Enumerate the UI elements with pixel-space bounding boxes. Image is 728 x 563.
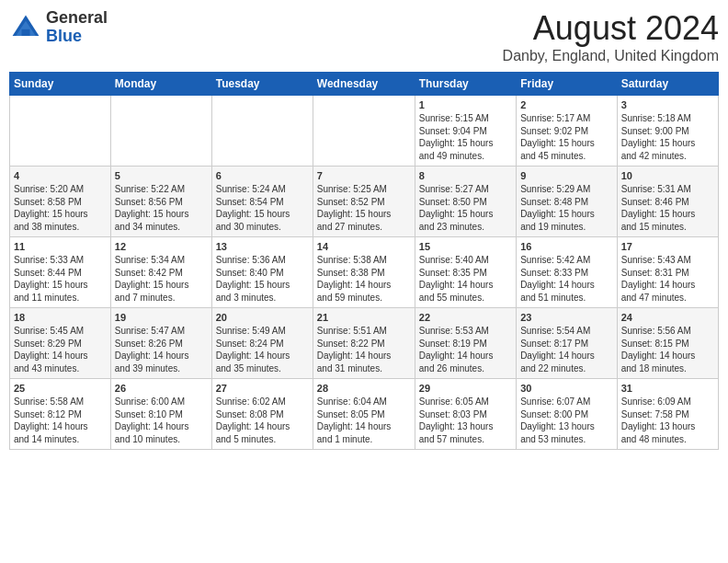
calendar-cell: 11Sunrise: 5:33 AM Sunset: 8:44 PM Dayli… [10, 237, 111, 308]
calendar-cell: 24Sunrise: 5:56 AM Sunset: 8:15 PM Dayli… [617, 308, 718, 379]
col-header-sunday: Sunday [10, 73, 111, 96]
day-number: 12 [115, 241, 208, 252]
day-number: 29 [419, 383, 512, 394]
calendar-week-1: 1Sunrise: 5:15 AM Sunset: 9:04 PM Daylig… [10, 96, 719, 167]
day-number: 16 [520, 241, 613, 252]
day-info: Sunrise: 6:00 AM Sunset: 8:10 PM Dayligh… [115, 396, 208, 445]
calendar-cell [10, 96, 111, 167]
calendar-cell: 6Sunrise: 5:24 AM Sunset: 8:54 PM Daylig… [211, 167, 313, 237]
day-info: Sunrise: 6:05 AM Sunset: 8:03 PM Dayligh… [419, 396, 512, 445]
calendar-cell: 4Sunrise: 5:20 AM Sunset: 8:58 PM Daylig… [10, 167, 111, 237]
day-info: Sunrise: 5:20 AM Sunset: 8:58 PM Dayligh… [14, 183, 107, 233]
calendar-cell: 22Sunrise: 5:53 AM Sunset: 8:19 PM Dayli… [415, 308, 516, 379]
calendar-cell: 26Sunrise: 6:00 AM Sunset: 8:10 PM Dayli… [110, 379, 211, 450]
day-number: 11 [14, 241, 107, 252]
calendar-header-row: SundayMondayTuesdayWednesdayThursdayFrid… [10, 73, 719, 96]
day-info: Sunrise: 5:40 AM Sunset: 8:35 PM Dayligh… [419, 254, 512, 304]
day-number: 26 [115, 383, 208, 394]
calendar-cell: 27Sunrise: 6:02 AM Sunset: 8:08 PM Dayli… [211, 379, 313, 450]
day-number: 7 [317, 170, 411, 181]
title-area: August 2024 Danby, England, United Kingd… [503, 9, 719, 64]
day-info: Sunrise: 6:04 AM Sunset: 8:05 PM Dayligh… [317, 396, 411, 445]
calendar-cell [211, 96, 313, 167]
day-number: 5 [115, 170, 208, 181]
day-info: Sunrise: 5:38 AM Sunset: 8:38 PM Dayligh… [317, 254, 411, 304]
calendar-cell: 14Sunrise: 5:38 AM Sunset: 8:38 PM Dayli… [313, 237, 415, 308]
col-header-saturday: Saturday [617, 73, 718, 96]
header: General Blue August 2024 Danby, England,… [9, 9, 719, 64]
day-info: Sunrise: 5:53 AM Sunset: 8:19 PM Dayligh… [419, 325, 512, 374]
calendar-cell: 5Sunrise: 5:22 AM Sunset: 8:56 PM Daylig… [110, 167, 211, 237]
day-number: 2 [520, 99, 613, 110]
calendar-week-4: 18Sunrise: 5:45 AM Sunset: 8:29 PM Dayli… [10, 308, 719, 379]
col-header-monday: Monday [110, 73, 211, 96]
calendar-cell: 20Sunrise: 5:49 AM Sunset: 8:24 PM Dayli… [211, 308, 313, 379]
day-number: 17 [621, 241, 714, 252]
col-header-friday: Friday [517, 73, 618, 96]
day-info: Sunrise: 6:07 AM Sunset: 8:00 PM Dayligh… [520, 396, 613, 445]
day-info: Sunrise: 5:31 AM Sunset: 8:46 PM Dayligh… [621, 183, 714, 233]
svg-rect-2 [22, 29, 30, 36]
day-info: Sunrise: 5:24 AM Sunset: 8:54 PM Dayligh… [216, 183, 309, 233]
day-info: Sunrise: 5:42 AM Sunset: 8:33 PM Dayligh… [520, 254, 613, 304]
calendar-cell: 1Sunrise: 5:15 AM Sunset: 9:04 PM Daylig… [415, 96, 516, 167]
day-number: 14 [317, 241, 411, 252]
calendar-cell: 12Sunrise: 5:34 AM Sunset: 8:42 PM Dayli… [110, 237, 211, 308]
day-info: Sunrise: 5:43 AM Sunset: 8:31 PM Dayligh… [621, 254, 714, 304]
calendar-cell: 31Sunrise: 6:09 AM Sunset: 7:58 PM Dayli… [617, 379, 718, 450]
day-info: Sunrise: 5:36 AM Sunset: 8:40 PM Dayligh… [216, 254, 309, 304]
day-number: 28 [317, 383, 411, 394]
day-info: Sunrise: 5:54 AM Sunset: 8:17 PM Dayligh… [520, 325, 613, 374]
logo: General Blue [9, 9, 108, 46]
day-info: Sunrise: 5:15 AM Sunset: 9:04 PM Dayligh… [419, 112, 512, 162]
calendar-week-2: 4Sunrise: 5:20 AM Sunset: 8:58 PM Daylig… [10, 167, 719, 237]
day-number: 3 [621, 99, 714, 110]
calendar-cell: 3Sunrise: 5:18 AM Sunset: 9:00 PM Daylig… [617, 96, 718, 167]
day-info: Sunrise: 5:29 AM Sunset: 8:48 PM Dayligh… [520, 183, 613, 233]
day-number: 24 [621, 312, 714, 323]
calendar-cell: 17Sunrise: 5:43 AM Sunset: 8:31 PM Dayli… [617, 237, 718, 308]
day-number: 22 [419, 312, 512, 323]
day-number: 1 [419, 99, 512, 110]
calendar-cell: 28Sunrise: 6:04 AM Sunset: 8:05 PM Dayli… [313, 379, 415, 450]
col-header-tuesday: Tuesday [211, 73, 313, 96]
day-number: 19 [115, 312, 208, 323]
calendar-table: SundayMondayTuesdayWednesdayThursdayFrid… [9, 72, 719, 450]
calendar-cell: 9Sunrise: 5:29 AM Sunset: 8:48 PM Daylig… [517, 167, 618, 237]
calendar-cell: 23Sunrise: 5:54 AM Sunset: 8:17 PM Dayli… [517, 308, 618, 379]
day-info: Sunrise: 5:17 AM Sunset: 9:02 PM Dayligh… [520, 112, 613, 162]
day-number: 6 [216, 170, 309, 181]
month-year: August 2024 [503, 9, 719, 48]
day-info: Sunrise: 5:47 AM Sunset: 8:26 PM Dayligh… [115, 325, 208, 374]
day-info: Sunrise: 5:22 AM Sunset: 8:56 PM Dayligh… [115, 183, 208, 233]
day-number: 9 [520, 170, 613, 181]
day-number: 4 [14, 170, 107, 181]
day-number: 15 [419, 241, 512, 252]
day-info: Sunrise: 5:25 AM Sunset: 8:52 PM Dayligh… [317, 183, 411, 233]
calendar-cell [110, 96, 211, 167]
calendar-cell: 21Sunrise: 5:51 AM Sunset: 8:22 PM Dayli… [313, 308, 415, 379]
day-info: Sunrise: 5:49 AM Sunset: 8:24 PM Dayligh… [216, 325, 309, 374]
day-info: Sunrise: 5:27 AM Sunset: 8:50 PM Dayligh… [419, 183, 512, 233]
calendar-cell: 25Sunrise: 5:58 AM Sunset: 8:12 PM Dayli… [10, 379, 111, 450]
day-number: 31 [621, 383, 714, 394]
day-info: Sunrise: 5:56 AM Sunset: 8:15 PM Dayligh… [621, 325, 714, 374]
col-header-thursday: Thursday [415, 73, 516, 96]
day-info: Sunrise: 5:58 AM Sunset: 8:12 PM Dayligh… [14, 396, 107, 445]
calendar-cell [313, 96, 415, 167]
day-info: Sunrise: 5:34 AM Sunset: 8:42 PM Dayligh… [115, 254, 208, 304]
calendar-cell: 29Sunrise: 6:05 AM Sunset: 8:03 PM Dayli… [415, 379, 516, 450]
day-info: Sunrise: 5:18 AM Sunset: 9:00 PM Dayligh… [621, 112, 714, 162]
calendar-cell: 16Sunrise: 5:42 AM Sunset: 8:33 PM Dayli… [517, 237, 618, 308]
day-number: 13 [216, 241, 309, 252]
calendar-cell: 19Sunrise: 5:47 AM Sunset: 8:26 PM Dayli… [110, 308, 211, 379]
day-number: 21 [317, 312, 411, 323]
day-number: 10 [621, 170, 714, 181]
day-info: Sunrise: 5:45 AM Sunset: 8:29 PM Dayligh… [14, 325, 107, 374]
day-info: Sunrise: 6:09 AM Sunset: 7:58 PM Dayligh… [621, 396, 714, 445]
day-info: Sunrise: 5:33 AM Sunset: 8:44 PM Dayligh… [14, 254, 107, 304]
calendar-cell: 7Sunrise: 5:25 AM Sunset: 8:52 PM Daylig… [313, 167, 415, 237]
location: Danby, England, United Kingdom [503, 48, 719, 64]
calendar-cell: 8Sunrise: 5:27 AM Sunset: 8:50 PM Daylig… [415, 167, 516, 237]
logo-text: General Blue [46, 9, 108, 46]
